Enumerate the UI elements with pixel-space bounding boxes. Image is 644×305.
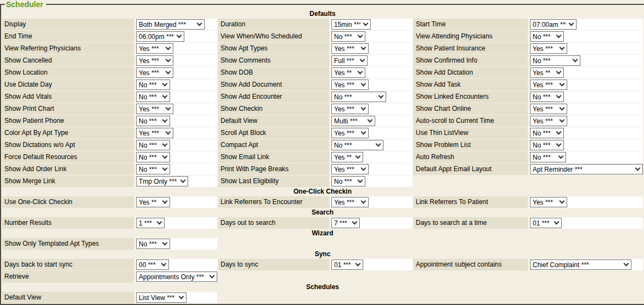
show_only_templated-value-cell: No *** <box>135 238 217 250</box>
appt_subject_contains-label: Appointment subject contains <box>414 259 528 270</box>
days_out_search-select[interactable]: 7 *** <box>331 218 360 228</box>
end_time-select[interactable]: 06:00pm *** <box>136 31 184 42</box>
link_ref_encounter-select[interactable]: Yes *** <box>331 197 369 207</box>
selected-value: Yes *** <box>533 81 553 89</box>
print_page_breaks-select[interactable]: Yes *** <box>331 164 369 174</box>
show_problem_list-select[interactable]: No *** <box>530 140 564 150</box>
duration-label: Duration <box>218 19 329 30</box>
show_add_task-select[interactable]: Yes *** <box>530 80 567 90</box>
selected-value: No *** <box>533 142 551 149</box>
selected-value: Multi *** <box>334 117 358 125</box>
show_location-select[interactable]: Yes *** <box>136 67 173 78</box>
show_add_encounter-select[interactable]: No *** <box>331 92 386 102</box>
retrieve-select[interactable]: Appointments Only *** <box>136 272 217 282</box>
show_add_order_link-label: Show Add Order Link <box>2 163 134 175</box>
show_dictations_wo_apt-value-cell: No *** <box>135 139 217 151</box>
default_view-select[interactable]: Multi *** <box>331 116 375 126</box>
show_last_eligibility-select[interactable]: No *** <box>331 176 365 187</box>
chevron-down-icon <box>361 45 366 50</box>
show_email_link-select[interactable]: Yes ** <box>331 152 363 162</box>
show_dob-select[interactable]: Yes ** <box>331 67 365 78</box>
chevron-down-icon <box>166 129 171 135</box>
show_add_document-value-cell: Yes *** <box>330 79 413 91</box>
default_view_schedules-select[interactable]: List View *** <box>136 292 187 303</box>
show_add_vitals-label: Show Add Vitals <box>2 91 134 103</box>
show_only_templated-select[interactable]: No *** <box>136 239 170 249</box>
show_print_chart-select[interactable]: Yes *** <box>136 104 173 114</box>
chevron-down-icon <box>197 21 202 26</box>
scroll_apt_block-select[interactable]: Yes *** <box>331 128 369 138</box>
show_add_dictation-select[interactable]: Yes ** <box>530 67 564 78</box>
chevron-down-icon <box>210 273 215 279</box>
view_when_who-select[interactable]: No *** <box>331 31 365 42</box>
show_apt_types-label: Show Apt Types <box>218 43 329 54</box>
chevron-down-icon <box>556 69 562 75</box>
chevron-down-icon <box>162 117 168 123</box>
show_confirmed_info-label: Show Confirmed Info <box>414 55 528 66</box>
show_confirmed_info-select[interactable]: No *** <box>530 55 580 66</box>
days_search_at_time-select[interactable]: 01 *** <box>530 218 562 228</box>
view_attending-select[interactable]: No *** <box>530 31 564 42</box>
show_add_order_link-select[interactable]: No *** <box>136 164 170 174</box>
auto_scroll-select[interactable]: Yes *** <box>530 116 567 126</box>
chevron-down-icon <box>358 178 363 183</box>
chevron-down-icon <box>556 129 562 135</box>
color_apt-value-cell: Yes *** <box>135 127 217 139</box>
duration-value-cell: 15min *** <box>330 19 413 30</box>
show_patient_phone-select[interactable]: No *** <box>136 116 170 126</box>
selected-value: Yes *** <box>139 69 159 77</box>
show_add_document-select[interactable]: Yes *** <box>331 80 369 90</box>
display-label: Display <box>2 19 134 30</box>
use_one_click_checkin-value-cell: Yes ** <box>135 196 217 208</box>
retrieve-label: Retrieve <box>2 271 134 283</box>
use_thin_listview-value-cell: No *** <box>529 127 643 139</box>
show_patient_phone-value-cell: No *** <box>135 115 217 127</box>
use_thin_listview-label: Use Thin ListView <box>414 127 528 139</box>
show_last_eligibility-value-cell: No *** <box>330 176 413 187</box>
show_chart_online-select[interactable]: Yes *** <box>530 104 567 114</box>
days_back_sync-label: Days back to start sync <box>2 259 134 270</box>
auto_refresh-select[interactable]: No *** <box>530 152 566 162</box>
days_back_sync-select[interactable]: 00 *** <box>136 259 169 270</box>
chevron-down-icon <box>166 57 171 63</box>
duration-select[interactable]: 15min *** <box>331 19 371 30</box>
use_thin_listview-select[interactable]: No *** <box>530 128 564 138</box>
compact_apt-select[interactable]: No *** <box>331 140 383 150</box>
use_dictate_day-select[interactable]: No *** <box>136 80 170 90</box>
force_default_resources-select[interactable]: No *** <box>136 152 170 162</box>
show_patient_insurance-select[interactable]: Yes *** <box>530 43 567 54</box>
view_referring-select[interactable]: Yes *** <box>136 43 173 54</box>
show_dictations_wo_apt-select[interactable]: No *** <box>136 140 170 150</box>
use_one_click_checkin-select[interactable]: Yes ** <box>136 197 170 207</box>
start_time-select[interactable]: 07:00am *** <box>530 19 577 30</box>
chevron-down-icon <box>363 21 369 26</box>
default_appt_email_layout-select[interactable]: Apt Reminder *** <box>530 164 643 174</box>
show_checkin-value-cell: Yes *** <box>330 103 413 115</box>
chevron-down-icon <box>569 21 574 26</box>
show_apt_types-select[interactable]: Yes *** <box>331 43 369 54</box>
link_ref_encounter-value-cell: Yes *** <box>330 196 413 208</box>
view_referring-label: View Referring Physicians <box>2 43 134 54</box>
retrieve-value-cell: Appointments Only *** <box>135 271 217 283</box>
days_to_sync-select[interactable]: 01 *** <box>331 259 363 270</box>
show_add_vitals-select[interactable]: No *** <box>136 92 170 102</box>
chevron-down-icon <box>161 261 167 267</box>
appt_subject_contains-select[interactable]: Chief Complaint *** <box>530 259 631 270</box>
empty-cell <box>218 292 413 303</box>
show_comments-select[interactable]: Full *** <box>331 55 368 66</box>
show_cancelled-select[interactable]: Yes *** <box>136 55 173 66</box>
link_ref_patient-select[interactable]: Yes *** <box>530 197 567 207</box>
show_checkin-select[interactable]: Yes *** <box>331 104 369 114</box>
number_results-select[interactable]: 1 *** <box>136 218 165 228</box>
show_dob-value-cell: Yes ** <box>330 67 413 78</box>
show_linked_encounters-select[interactable]: No *** <box>530 92 564 102</box>
compact_apt-label: Compact Apt <box>218 139 329 151</box>
chevron-down-icon <box>560 117 565 123</box>
selected-value: Yes *** <box>533 105 553 113</box>
selected-value: Chief Complaint *** <box>533 261 589 269</box>
show_merge_link-select[interactable]: Tmp Only *** <box>136 176 188 187</box>
selected-value: Full *** <box>334 57 354 65</box>
display-select[interactable]: Both Merged *** <box>136 19 205 30</box>
color_apt-select[interactable]: Yes *** <box>136 128 173 138</box>
chevron-down-icon <box>573 57 578 63</box>
